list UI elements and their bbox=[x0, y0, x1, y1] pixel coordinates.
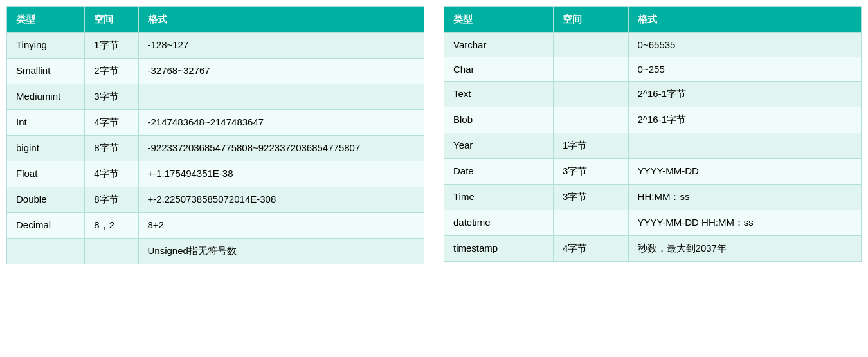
table1-header-space: 空间 bbox=[85, 7, 138, 33]
table-cell: YYYY-MM-DD HH:MM：ss bbox=[628, 210, 861, 236]
table-cell bbox=[138, 84, 424, 110]
table-row: Double8字节+-2.2250738585072014E-308 bbox=[7, 187, 424, 213]
table-row: Decimal8，28+2 bbox=[7, 213, 424, 239]
table-cell: 4字节 bbox=[554, 236, 629, 262]
table-row: Int4字节-2147483648~2147483647 bbox=[7, 110, 424, 136]
table2-header-type: 类型 bbox=[444, 7, 554, 33]
table-row: Unsigned指无符号数 bbox=[7, 239, 424, 264]
table-row: Float4字节+-1.175494351E-38 bbox=[7, 161, 424, 187]
table-row: Tinying1字节-128~127 bbox=[7, 33, 424, 59]
table-row: Char0~255 bbox=[444, 57, 862, 82]
table-cell: 1字节 bbox=[554, 133, 629, 159]
table-row: Smallint2字节-32768~32767 bbox=[7, 59, 424, 84]
table1-header-format: 格式 bbox=[138, 7, 424, 33]
table-cell: Smallint bbox=[7, 59, 85, 84]
table-cell: 0~65535 bbox=[628, 33, 861, 57]
table1-container: 类型 空间 格式 Tinying1字节-128~127Smallint2字节-3… bbox=[6, 6, 424, 264]
table-cell bbox=[554, 82, 629, 107]
table-cell: 2^16-1字节 bbox=[628, 82, 861, 107]
table-cell bbox=[85, 239, 138, 264]
table-cell: Date bbox=[444, 159, 554, 185]
table-row: Varchar0~65535 bbox=[444, 33, 862, 57]
table-cell: 8+2 bbox=[138, 213, 424, 239]
table-cell: Unsigned指无符号数 bbox=[138, 239, 424, 264]
table2-header-space: 空间 bbox=[554, 7, 629, 33]
table-cell: 3字节 bbox=[554, 159, 629, 185]
table-cell bbox=[554, 33, 629, 57]
table-cell: Decimal bbox=[7, 213, 85, 239]
table-cell: 0~255 bbox=[628, 57, 861, 82]
table-cell: 1字节 bbox=[85, 33, 138, 59]
table-cell bbox=[628, 133, 861, 159]
table-cell: 8字节 bbox=[85, 136, 138, 161]
table-row: Date3字节YYYY-MM-DD bbox=[444, 159, 862, 185]
table-cell: 4字节 bbox=[85, 110, 138, 136]
table-cell: Tinying bbox=[7, 33, 85, 59]
table1-header-type: 类型 bbox=[7, 7, 85, 33]
table-cell: timestamp bbox=[444, 236, 554, 262]
table-cell: Mediumint bbox=[7, 84, 85, 110]
table-cell: bigint bbox=[7, 136, 85, 161]
table-cell: Text bbox=[444, 82, 554, 107]
main-content: 类型 空间 格式 Tinying1字节-128~127Smallint2字节-3… bbox=[6, 6, 862, 264]
table-cell: -2147483648~2147483647 bbox=[138, 110, 424, 136]
table-cell: 2^16-1字节 bbox=[628, 107, 861, 133]
table-cell: -9223372036854775808~9223372036854775807 bbox=[138, 136, 424, 161]
table-cell bbox=[554, 107, 629, 133]
table-cell: 4字节 bbox=[85, 161, 138, 187]
table-cell: 3字节 bbox=[85, 84, 138, 110]
table-row: Mediumint3字节 bbox=[7, 84, 424, 110]
table-cell: Varchar bbox=[444, 33, 554, 57]
table-cell: Int bbox=[7, 110, 85, 136]
table-cell: YYYY-MM-DD bbox=[628, 159, 861, 185]
table-cell: 秒数，最大到2037年 bbox=[628, 236, 861, 262]
table-row: datetimeYYYY-MM-DD HH:MM：ss bbox=[444, 210, 862, 236]
table-cell: 3字节 bbox=[554, 185, 629, 210]
table1: 类型 空间 格式 Tinying1字节-128~127Smallint2字节-3… bbox=[6, 6, 424, 264]
table2-header-format: 格式 bbox=[628, 7, 861, 33]
table-cell: Blob bbox=[444, 107, 554, 133]
table-row: bigint8字节-9223372036854775808~9223372036… bbox=[7, 136, 424, 161]
table-row: Blob2^16-1字节 bbox=[444, 107, 862, 133]
table-cell: 8字节 bbox=[85, 187, 138, 213]
table-cell: Float bbox=[7, 161, 85, 187]
table2-container: 类型 空间 格式 Varchar0~65535Char0~255Text2^16… bbox=[444, 6, 862, 264]
table-row: Year1字节 bbox=[444, 133, 862, 159]
table-cell bbox=[7, 239, 85, 264]
table-row: Text2^16-1字节 bbox=[444, 82, 862, 107]
table-row: timestamp4字节秒数，最大到2037年 bbox=[444, 236, 862, 262]
table-cell: Year bbox=[444, 133, 554, 159]
table-cell: Time bbox=[444, 185, 554, 210]
table-row: Time3字节HH:MM：ss bbox=[444, 185, 862, 210]
table-cell bbox=[554, 210, 629, 236]
table-cell: +-2.2250738585072014E-308 bbox=[138, 187, 424, 213]
table-cell: +-1.175494351E-38 bbox=[138, 161, 424, 187]
table-cell: HH:MM：ss bbox=[628, 185, 861, 210]
table-cell bbox=[554, 57, 629, 82]
table-cell: datetime bbox=[444, 210, 554, 236]
table-cell: -128~127 bbox=[138, 33, 424, 59]
table-cell: 8，2 bbox=[85, 213, 138, 239]
table-cell: 2字节 bbox=[85, 59, 138, 84]
table-cell: Double bbox=[7, 187, 85, 213]
table2: 类型 空间 格式 Varchar0~65535Char0~255Text2^16… bbox=[444, 6, 862, 262]
table-cell: Char bbox=[444, 57, 554, 82]
table-cell: -32768~32767 bbox=[138, 59, 424, 84]
